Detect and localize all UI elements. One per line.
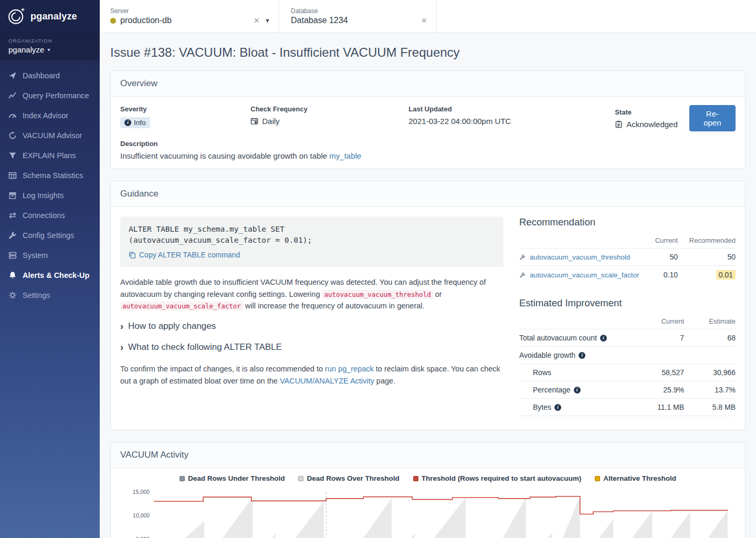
legend-swatch-icon (413, 476, 418, 481)
info-icon[interactable]: i (554, 404, 561, 411)
info-icon[interactable]: i (574, 387, 581, 394)
collapsible-how-to-apply-changes[interactable]: › How to apply changes (120, 321, 503, 332)
sidebar-item-dashboard[interactable]: Dashboard (0, 66, 100, 86)
legend-item: Alternative Threshold (595, 474, 676, 482)
gear-icon (8, 291, 17, 299)
vacuum-activity-card-header: VACUUM Activity (111, 442, 745, 468)
my-table-link[interactable]: my_table (329, 151, 361, 160)
collapsible-what-to-check[interactable]: › What to check following ALTER TABLE (120, 342, 503, 353)
param-link[interactable]: autovacuum_vacuum_scale_factor (530, 271, 639, 279)
check-frequency-label: Check Frequency (250, 105, 408, 113)
sidebar-item-schema-statistics[interactable]: Schema Statistics (0, 165, 100, 185)
server-clear-icon[interactable]: × (253, 16, 261, 25)
paper-plane-icon (8, 71, 17, 80)
wrench-icon (519, 254, 526, 261)
table-row: Avoidable growthi (519, 346, 638, 364)
svg-text:10,000: 10,000 (133, 512, 150, 519)
refresh-icon (8, 131, 17, 140)
sidebar-item-query-performance[interactable]: Query Performance (0, 86, 100, 106)
state-label: State (615, 108, 678, 116)
legend-label: Threshold (Rows required to start autova… (422, 474, 582, 482)
code-line: ALTER TABLE my_schema.my_table SET (129, 224, 495, 235)
col-estimate: Estimate (684, 315, 736, 329)
server-status-dot-icon (110, 18, 116, 24)
database-selector[interactable]: Database Database 1234 × (279, 0, 437, 32)
legend-item: Dead Rows Under Threshold (180, 474, 285, 482)
description-text: Insufficient vacuuming is causing avoida… (120, 151, 736, 160)
state-value: Acknowledged (615, 120, 678, 129)
sidebar-item-alerts-checkup[interactable]: Alerts & Check-Up (0, 265, 100, 285)
overview-card: Overview Severity i Info Check Frequency (110, 70, 746, 169)
legend-swatch-icon (298, 476, 303, 481)
server-selector[interactable]: Server production-db × ▼ (110, 0, 279, 32)
severity-label: Severity (120, 105, 250, 113)
database-clear-icon[interactable]: × (420, 16, 428, 25)
archive-box-icon (8, 191, 17, 200)
table-row: autovacuum_vacuum_scale_factor (519, 265, 640, 284)
reopen-button[interactable]: Re-open (689, 105, 736, 131)
sidebar-item-system[interactable]: System (0, 245, 100, 265)
recommendation-title: Recommendation (519, 216, 736, 228)
guidance-card-header: Guidance (111, 181, 745, 207)
vacuum-activity-chart: 05,00010,00015,00006 AM06 PM06 AM06 PM06… (121, 487, 734, 538)
database-value: Database 1234 (291, 16, 416, 25)
overview-card-header: Overview (111, 71, 745, 97)
last-updated-value: 2021-03-22 04:00:00pm UTC (408, 117, 615, 126)
sidebar-item-config-settings[interactable]: Config Settings (0, 225, 100, 245)
copy-icon (129, 251, 136, 258)
recommended-value-highlight: 0.01 (716, 270, 736, 280)
main-area: Server production-db × ▼ Database Databa… (100, 0, 756, 538)
funnel-icon (8, 151, 17, 160)
sidebar-item-settings[interactable]: Settings (0, 285, 100, 305)
col-recommended: Recommended (678, 234, 736, 248)
wrench-icon (519, 272, 526, 278)
sidebar-item-explain-plans[interactable]: EXPLAIN Plans (0, 146, 100, 165)
chevron-down-icon: ▾ (47, 47, 50, 53)
sidebar-item-index-advisor[interactable]: Index Advisor (0, 106, 100, 126)
info-icon[interactable]: i (600, 335, 607, 342)
server-chevron-down-icon[interactable]: ▼ (265, 17, 270, 24)
table-row: autovacuum_vacuum_threshold (519, 248, 640, 265)
legend-label: Dead Rows Under Threshold (188, 474, 285, 482)
sidebar-item-connections[interactable]: Connections (0, 205, 100, 225)
table-row: Bytesi (519, 398, 638, 416)
guidance-paragraph-2: To confirm the impact of changes, it is … (120, 363, 503, 387)
database-label: Database (291, 7, 428, 15)
pganalyze-logo-icon (7, 7, 25, 25)
copy-command-link[interactable]: Copy ALTER TABLE command (129, 251, 240, 259)
legend-item: Dead Rows Over Threshold (298, 474, 399, 482)
pg-repack-link[interactable]: run pg_repack (325, 365, 374, 373)
gauge-icon (8, 111, 17, 120)
organization-name: pganalyze (8, 45, 44, 54)
server-label: Server (110, 7, 270, 15)
sidebar-item-vacuum-advisor[interactable]: VACUUM Advisor (0, 126, 100, 146)
clipboard-icon (615, 120, 623, 128)
estimated-improvement-title: Estimated Improvement (519, 297, 736, 309)
brand-logo[interactable]: pganalyze (0, 0, 100, 33)
guidance-card: Guidance ALTER TABLE my_schema.my_table … (110, 181, 746, 430)
organization-selector[interactable]: ORGANIZATION pganalyze ▾ (0, 33, 100, 60)
legend-swatch-icon (595, 476, 600, 481)
legend-swatch-icon (180, 476, 185, 481)
brand-name: pganalyze (30, 11, 77, 22)
wrench-icon (8, 231, 17, 240)
vacuum-analyze-activity-link[interactable]: VACUUM/ANALYZE Activity (280, 377, 374, 385)
table-icon (8, 171, 17, 180)
sidebar-item-log-insights[interactable]: Log Insights (0, 185, 100, 205)
page-title: Issue #138: VACUUM: Bloat - Insufficient… (110, 45, 746, 60)
chevron-right-icon: › (120, 343, 123, 352)
param-link[interactable]: autovacuum_vacuum_threshold (530, 253, 630, 261)
last-updated-label: Last Updated (408, 105, 615, 113)
check-frequency-value: Daily (250, 117, 408, 126)
legend-item: Threshold (Rows required to start autova… (413, 474, 582, 482)
server-stack-icon (8, 251, 17, 260)
inline-code: autovacuum_vacuum_scale_factor (120, 302, 243, 311)
svg-text:5,000: 5,000 (136, 536, 150, 538)
info-icon[interactable]: i (579, 352, 585, 359)
recommendation-table: Current Recommended autovacuum_vacuum_th… (519, 234, 736, 284)
sidebar-nav: Dashboard Query Performance Index Adviso… (0, 60, 100, 305)
topbar: Server production-db × ▼ Database Databa… (100, 0, 756, 33)
estimated-improvement-table: Current Estimate Total autovacuum counti… (519, 315, 736, 416)
svg-text:15,000: 15,000 (133, 489, 150, 495)
guidance-paragraph-1: Avoidable table growth due to insufficie… (120, 276, 503, 312)
